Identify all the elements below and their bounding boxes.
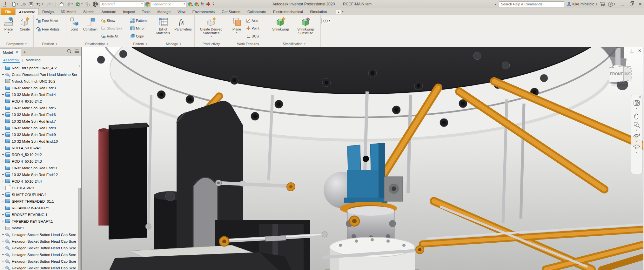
show-button[interactable]: Show (100, 17, 126, 24)
bill-of-materials-button[interactable]: Bill of Materials (154, 16, 172, 41)
free-move-button[interactable]: Free Move (35, 17, 60, 24)
expander-icon[interactable]: + (2, 206, 4, 210)
tree-scrollbar[interactable]: ∧ (78, 64, 81, 270)
expander-icon[interactable]: + (2, 260, 4, 263)
subtab-assembly[interactable]: Assembly (3, 57, 20, 63)
expander-icon[interactable]: + (2, 233, 4, 236)
tab-electromechanical[interactable]: Electromechanical (270, 8, 306, 15)
inventor-logo-icon[interactable]: IPRO (1, 1, 10, 8)
help-button[interactable]: ?▾ (608, 2, 615, 7)
expander-icon[interactable]: + (2, 133, 4, 136)
tree-item[interactable]: +Hexagon Socket Button Head Cap Scre (0, 258, 81, 265)
tab-annotate[interactable]: Annotate (98, 8, 120, 15)
create-button[interactable]: Create (17, 16, 33, 41)
material-combo[interactable]: Material▾ (100, 1, 144, 7)
tree-item[interactable]: +SHAFT-THREADED_01:1 (0, 198, 81, 205)
tree-item[interactable]: +ROD 4_5X10-24:4 (0, 178, 81, 185)
tree-item[interactable]: +Hexagon Socket Button Head Cap Scre (0, 238, 81, 245)
axis-button[interactable]: Axis (245, 17, 266, 24)
tab-file[interactable]: File (1, 8, 15, 15)
expander-icon[interactable]: + (2, 153, 4, 156)
tab-assemble[interactable]: Assemble (15, 8, 39, 15)
show-sick-button[interactable]: Show Sick (100, 25, 126, 32)
place-button[interactable]: Place ▾ (1, 16, 17, 41)
open-file-button[interactable] (20, 1, 27, 7)
expander-icon[interactable]: + (2, 253, 4, 256)
tree-item[interactable]: +TAPERED-KEY SHAFT:1 (0, 218, 81, 225)
select-button[interactable]: ▾ (74, 1, 83, 7)
tree-item[interactable]: +ROD 4_6X10-24:2 (0, 98, 81, 105)
chevron-down-icon[interactable]: ▼ (636, 107, 638, 110)
expander-icon[interactable]: + (2, 73, 4, 76)
design-doctor-button[interactable] (205, 1, 211, 7)
tree-item[interactable]: +motor:1 (0, 225, 81, 231)
pattern-button[interactable]: Pattern (129, 17, 151, 24)
tree-item[interactable]: +Rod End Sphere 10-32_A:2 (0, 64, 81, 71)
ribbon-display-toggle[interactable]: ▲▾ (336, 8, 343, 15)
mirror-button[interactable]: Mirror (129, 25, 151, 32)
create-derived-substitutes-button[interactable]: Create Derived Substitutes ▾ (196, 16, 226, 41)
panel-expand-arrow-icon[interactable]: ▸ (495, 3, 496, 6)
user-account[interactable]: luke.mihelcic ▾ (567, 2, 597, 6)
tree-item[interactable]: +CF101-CVR:1 (0, 185, 81, 191)
steering-wheel-icon[interactable] (633, 99, 641, 107)
expander-icon[interactable]: + (2, 106, 4, 110)
chevron-down-icon[interactable]: ▼ (636, 140, 638, 142)
expander-icon[interactable]: + (2, 173, 4, 176)
panel-label-work-features[interactable]: Work Features (228, 41, 268, 47)
shrinkwrap-button[interactable]: Shrinkwrap (270, 16, 292, 41)
cart-icon[interactable] (600, 2, 606, 7)
joint-button[interactable]: Joint (67, 16, 81, 41)
panel-label-relationships[interactable]: Relationships▼ (66, 41, 128, 47)
tree-item[interactable]: +10-32 Male Sph Rod End:8 (0, 125, 81, 131)
scroll-up-icon[interactable]: ∧ (78, 65, 81, 68)
expander-icon[interactable]: + (2, 159, 4, 163)
adjust-button[interactable] (84, 1, 91, 7)
zoom-window-icon[interactable] (633, 120, 640, 129)
menu-icon[interactable] (74, 49, 79, 53)
tab-3d-model[interactable]: 3D Model (57, 8, 80, 15)
viewport-3d-scene[interactable] (82, 47, 643, 270)
expander-icon[interactable]: + (2, 193, 4, 196)
tree-item[interactable]: +BRONZE BEARING:1 (0, 211, 81, 218)
look-at-icon[interactable] (633, 143, 641, 151)
panel-label-position[interactable]: Position▼ (34, 41, 66, 47)
chevron-down-icon[interactable]: ▼ (636, 151, 638, 153)
tree-item[interactable]: +Hexagon Socket Button Head Cap Scre (0, 265, 81, 270)
expander-icon[interactable]: + (2, 240, 4, 243)
chevron-down-icon[interactable]: ▼ (636, 129, 638, 131)
panel-label-manage[interactable]: Manage▼ (153, 41, 194, 47)
search-input[interactable] (499, 1, 564, 7)
home-button[interactable] (58, 1, 65, 7)
update-button[interactable]: ▾ (66, 1, 73, 7)
tree-item[interactable]: +10-32 Male Sph Rod End:4 (0, 91, 81, 98)
tree-item[interactable]: +ROD 4_5X10-24:3 (0, 158, 81, 165)
tree-item[interactable]: +Nylock Nut, Inch UNC 10:2 (0, 78, 81, 84)
tree-item[interactable]: +SHAFT COUPLING:1 (0, 191, 81, 198)
tab-tools[interactable]: Tools (138, 8, 154, 15)
tree-item[interactable]: +10-32 Male Sph Rod End:6 (0, 111, 81, 118)
orbit-icon[interactable] (633, 132, 641, 140)
tree-item[interactable]: +RETAINER WASHER:1 (0, 205, 81, 211)
point-button[interactable]: Point (245, 25, 266, 32)
tab-view[interactable]: View (174, 8, 189, 15)
tab-get-started[interactable]: Get Started (218, 8, 244, 15)
close-document-icon[interactable]: ✕ (638, 49, 641, 53)
pan-hand-icon[interactable] (633, 112, 640, 120)
viewcube[interactable]: FRONT RIGHT (605, 60, 636, 88)
expander-icon[interactable]: + (2, 86, 4, 90)
hide-all-button[interactable]: Hide All (100, 32, 126, 40)
adjust-appearance-button[interactable]: + (187, 1, 193, 7)
expander-icon[interactable]: + (2, 226, 4, 230)
tile-windows-icon[interactable] (630, 49, 634, 52)
expander-icon[interactable]: + (2, 246, 4, 250)
color-wheel-icon[interactable] (145, 2, 150, 7)
expander-icon[interactable]: + (2, 66, 4, 70)
tree-item[interactable]: +Hexagon Socket Button Head Cap Scre (0, 231, 81, 238)
tab-collaborate[interactable]: Collaborate (244, 8, 270, 15)
tree-item[interactable]: +10-32 Male Sph Rod End:12 (0, 171, 81, 178)
panel-label-component[interactable]: Component▼ (0, 41, 33, 47)
expander-icon[interactable]: + (2, 79, 4, 83)
subtab-modeling[interactable]: Modeling (26, 58, 41, 62)
tab-sketch[interactable]: Sketch (80, 8, 98, 15)
